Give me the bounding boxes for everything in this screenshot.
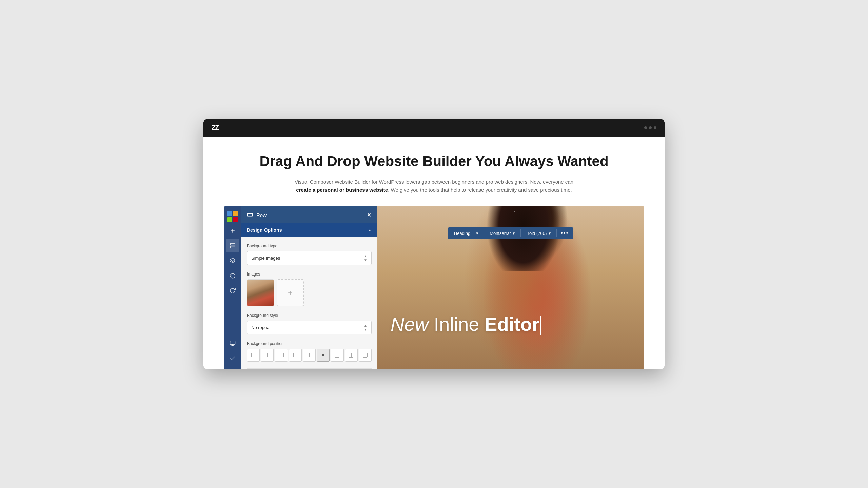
background-type-label: Background type bbox=[247, 244, 372, 248]
hero-title: Drag And Drop Website Builder You Always… bbox=[224, 153, 644, 170]
toolbar-more-button[interactable]: ••• bbox=[557, 227, 572, 239]
svg-rect-0 bbox=[227, 211, 232, 216]
browser-window: ZZ Drag And Drop Website Builder You Alw… bbox=[203, 119, 665, 369]
section-title: Design Options bbox=[247, 227, 282, 233]
background-type-field: Background type Simple images ▲ ▼ bbox=[247, 244, 372, 265]
row-icon bbox=[247, 212, 253, 218]
toolbar-weight[interactable]: Bold (700) ▾ bbox=[521, 228, 556, 239]
toolbar-divider-1 bbox=[484, 229, 484, 237]
toolbar-divider-2 bbox=[520, 229, 521, 237]
toolbar-divider-3 bbox=[556, 229, 557, 237]
background-style-label: Background style bbox=[247, 313, 372, 318]
dot-3 bbox=[654, 126, 656, 129]
pos-btn-ml[interactable] bbox=[289, 349, 302, 362]
dot-1 bbox=[644, 126, 647, 129]
sidebar-icon-layout[interactable] bbox=[226, 239, 239, 252]
background-position-label: Background position bbox=[247, 341, 372, 346]
svg-rect-9 bbox=[230, 341, 235, 345]
panel-title: Row bbox=[256, 212, 267, 218]
dot-2 bbox=[649, 126, 652, 129]
browser-logo: ZZ bbox=[212, 124, 218, 131]
collapse-icon[interactable]: ▲ bbox=[368, 228, 372, 232]
sidebar-icon-check[interactable] bbox=[226, 351, 239, 365]
images-row: + bbox=[247, 279, 372, 306]
pos-btn-tl[interactable] bbox=[247, 349, 260, 362]
toolbar-heading[interactable]: Heading 1 ▾ bbox=[449, 228, 483, 239]
svg-rect-7 bbox=[230, 246, 235, 248]
toolbar-font[interactable]: Montserrat ▾ bbox=[485, 228, 520, 239]
style-select-arrows: ▲ ▼ bbox=[364, 324, 367, 331]
svg-marker-8 bbox=[230, 258, 235, 262]
image-thumbnail[interactable] bbox=[247, 279, 274, 306]
sidebar bbox=[224, 206, 241, 369]
vc-logo bbox=[226, 210, 239, 223]
panel-header-left: Row bbox=[247, 212, 267, 218]
pos-btn-tc[interactable] bbox=[261, 349, 274, 362]
coat-image bbox=[247, 280, 274, 306]
panel-body: Background type Simple images ▲ ▼ Images bbox=[241, 237, 377, 369]
pos-btn-br[interactable] bbox=[359, 349, 372, 362]
images-field: Images + bbox=[247, 272, 372, 306]
position-grid bbox=[247, 349, 372, 362]
panel-header: Row ✕ bbox=[241, 206, 377, 223]
browser-titlebar: ZZ bbox=[203, 119, 665, 137]
add-image-button[interactable]: + bbox=[277, 279, 304, 306]
background-style-select[interactable]: No repeat ▲ ▼ bbox=[247, 321, 372, 334]
pos-btn-tr[interactable] bbox=[275, 349, 288, 362]
pos-btn-bl[interactable] bbox=[331, 349, 343, 362]
canvas-bg: · · · Heading 1 ▾ Montserrat ▾ bbox=[377, 206, 644, 369]
canvas-area: · · · Heading 1 ▾ Montserrat ▾ bbox=[377, 206, 644, 369]
panel-close-button[interactable]: ✕ bbox=[367, 211, 372, 219]
background-style-field: Background style No repeat ▲ ▼ bbox=[247, 313, 372, 334]
svg-rect-3 bbox=[233, 217, 238, 222]
images-label: Images bbox=[247, 272, 372, 277]
pos-btn-mr[interactable] bbox=[317, 349, 330, 362]
svg-rect-6 bbox=[230, 243, 235, 245]
hero-subtitle: Visual Composer Website Builder for Word… bbox=[288, 178, 580, 194]
background-color-label: Background color bbox=[247, 368, 372, 369]
sidebar-icon-add[interactable] bbox=[226, 224, 239, 238]
pos-btn-mc[interactable] bbox=[303, 349, 316, 362]
hair-element bbox=[457, 206, 577, 271]
page-content: Drag And Drop Website Builder You Always… bbox=[203, 137, 665, 369]
editor-showcase: Row ✕ Design Options ▲ Background type S… bbox=[224, 206, 644, 369]
background-type-select[interactable]: Simple images ▲ ▼ bbox=[247, 251, 372, 265]
canvas-text: New Inline Editor bbox=[391, 314, 541, 335]
section-header[interactable]: Design Options ▲ bbox=[241, 223, 377, 237]
svg-rect-12 bbox=[248, 214, 253, 216]
sidebar-icon-redo[interactable] bbox=[226, 284, 239, 297]
background-position-field: Background position bbox=[247, 341, 372, 362]
design-options-panel: Row ✕ Design Options ▲ Background type S… bbox=[241, 206, 377, 369]
browser-dots bbox=[644, 126, 656, 129]
text-cursor bbox=[540, 316, 541, 335]
svg-rect-1 bbox=[233, 211, 238, 216]
svg-point-23 bbox=[322, 354, 324, 356]
pos-btn-bc[interactable] bbox=[345, 349, 358, 362]
svg-rect-2 bbox=[227, 217, 232, 222]
sidebar-icon-layers[interactable] bbox=[226, 254, 239, 267]
select-arrows: ▲ ▼ bbox=[364, 254, 367, 262]
sidebar-icon-undo[interactable] bbox=[226, 269, 239, 282]
drag-handle: · · · bbox=[505, 209, 516, 214]
sidebar-icon-monitor[interactable] bbox=[226, 337, 239, 350]
inline-editor-toolbar: Heading 1 ▾ Montserrat ▾ Bold (700) ▾ bbox=[448, 227, 573, 239]
